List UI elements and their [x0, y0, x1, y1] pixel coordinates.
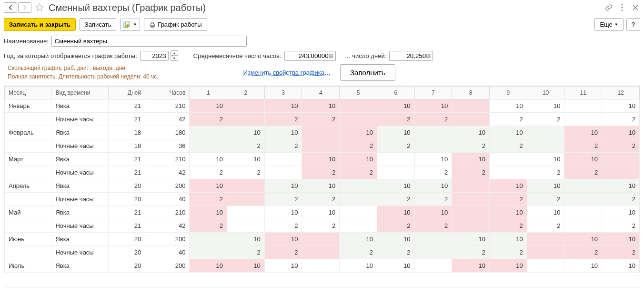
cell-day[interactable]: 10 — [377, 233, 414, 246]
link-icon[interactable] — [604, 3, 614, 12]
cell-day[interactable] — [227, 193, 265, 206]
avg-hours-input[interactable] — [287, 52, 329, 59]
table-row[interactable]: ИюльЯвка20200101010101010101010 — [5, 259, 640, 273]
cell-day[interactable] — [490, 166, 527, 179]
fill-button[interactable]: Заполнить — [340, 64, 395, 81]
cell-day[interactable]: 2 — [340, 166, 377, 179]
cell-day[interactable]: 2 — [377, 113, 414, 126]
cell-days[interactable]: 18 — [108, 126, 145, 139]
cell-hours[interactable]: 200 — [145, 259, 190, 273]
cell-day[interactable]: 2 — [414, 113, 452, 126]
cell-day[interactable]: 10 — [564, 126, 602, 139]
cell-hours[interactable]: 200 — [145, 233, 190, 246]
cell-day[interactable] — [564, 193, 602, 206]
back-button[interactable] — [4, 2, 17, 13]
cell-day[interactable]: 10 — [264, 99, 302, 113]
table-row[interactable]: АпрельЯвка202001010101010101010 — [5, 179, 640, 193]
spinner-up-icon[interactable]: ▲ — [171, 51, 178, 56]
cell-day[interactable] — [227, 113, 265, 126]
cell-day[interactable]: 2 — [527, 219, 564, 233]
cell-day[interactable]: 10 — [264, 259, 302, 273]
cell-hours[interactable]: 210 — [145, 206, 190, 219]
cell-day[interactable] — [452, 193, 490, 206]
cell-day[interactable] — [414, 246, 452, 259]
cell-time-type[interactable]: Явка — [51, 206, 108, 219]
column-header-day-12[interactable]: 12 — [602, 87, 640, 99]
cell-day[interactable]: 10 — [452, 233, 490, 246]
cell-day[interactable]: 2 — [490, 139, 527, 153]
cell-day[interactable] — [302, 233, 340, 246]
cell-day[interactable]: 2 — [264, 246, 302, 259]
cell-day[interactable]: 10 — [340, 259, 377, 273]
cell-day[interactable]: 10 — [190, 99, 227, 113]
cell-day[interactable]: 2 — [190, 193, 227, 206]
cell-hours[interactable]: 180 — [145, 126, 190, 139]
schedule-grid[interactable]: МесяцВид времениДнейЧасов123456789101112… — [4, 86, 640, 287]
cell-day[interactable] — [527, 259, 564, 273]
cell-day[interactable] — [452, 179, 490, 193]
column-header-day-6[interactable]: 6 — [377, 87, 414, 99]
cell-day[interactable]: 2 — [302, 193, 340, 206]
cell-day[interactable]: 10 — [602, 259, 640, 273]
cell-day[interactable]: 10 — [602, 206, 640, 219]
column-header-day-2[interactable]: 2 — [227, 87, 265, 99]
cell-days[interactable]: 20 — [108, 193, 145, 206]
cell-day[interactable]: 10 — [377, 99, 414, 113]
cell-day[interactable] — [414, 259, 452, 273]
cell-day[interactable]: 2 — [264, 139, 302, 153]
cell-day[interactable]: 10 — [227, 126, 265, 139]
calculator-icon[interactable]: ▦ — [426, 53, 431, 59]
cell-hours[interactable]: 42 — [145, 219, 190, 233]
column-header-day-5[interactable]: 5 — [340, 87, 377, 99]
favorite-star-icon[interactable] — [35, 3, 44, 13]
column-header-month[interactable]: Месяц — [5, 87, 51, 99]
column-header-day-11[interactable]: 11 — [564, 87, 602, 99]
cell-day[interactable] — [340, 179, 377, 193]
cell-time-type[interactable]: Ночные часы — [51, 219, 108, 233]
save-close-button[interactable]: Записать и закрыть — [4, 18, 76, 31]
cell-day[interactable] — [564, 179, 602, 193]
cell-month[interactable] — [5, 246, 51, 259]
cell-day[interactable]: 10 — [377, 179, 414, 193]
cell-day[interactable]: 10 — [377, 126, 414, 139]
cell-time-type[interactable]: Ночные часы — [51, 166, 108, 179]
cell-days[interactable]: 20 — [108, 259, 145, 273]
cell-day[interactable]: 10 — [190, 179, 227, 193]
cell-day[interactable] — [414, 126, 452, 139]
column-header-day-7[interactable]: 7 — [414, 87, 452, 99]
cell-day[interactable] — [527, 233, 564, 246]
cell-month[interactable] — [5, 139, 51, 153]
cell-day[interactable] — [564, 113, 602, 126]
cell-days[interactable]: 21 — [108, 99, 145, 113]
cell-day[interactable]: 10 — [602, 233, 640, 246]
column-header-day-8[interactable]: 8 — [452, 87, 490, 99]
cell-time-type[interactable]: Явка — [51, 153, 108, 166]
cell-day[interactable]: 10 — [340, 153, 377, 166]
cell-month[interactable]: Январь — [5, 99, 51, 113]
cell-day[interactable]: 2 — [602, 193, 640, 206]
column-header-day-10[interactable]: 10 — [527, 87, 564, 99]
cell-time-type[interactable]: Явка — [51, 259, 108, 273]
cell-day[interactable]: 2 — [490, 113, 527, 126]
help-button[interactable]: ? — [626, 18, 640, 31]
cell-days[interactable]: 21 — [108, 166, 145, 179]
cell-day[interactable] — [227, 179, 265, 193]
cell-days[interactable]: 21 — [108, 219, 145, 233]
cell-month[interactable]: Март — [5, 153, 51, 166]
more-button[interactable]: Еще ▼ — [594, 18, 623, 31]
cell-day[interactable]: 10 — [264, 206, 302, 219]
column-header-day-3[interactable]: 3 — [264, 87, 302, 99]
table-row[interactable]: МартЯвка212101010101010101010 — [5, 153, 640, 166]
cell-time-type[interactable]: Явка — [51, 99, 108, 113]
cell-month[interactable] — [5, 219, 51, 233]
cell-day[interactable]: 10 — [264, 126, 302, 139]
cell-day[interactable]: 2 — [340, 246, 377, 259]
cell-day[interactable] — [340, 206, 377, 219]
cell-hours[interactable]: 36 — [145, 139, 190, 153]
cell-day[interactable] — [190, 233, 227, 246]
change-properties-link[interactable]: Изменить свойства графика… — [243, 69, 331, 76]
cell-day[interactable] — [340, 219, 377, 233]
cell-days[interactable]: 18 — [108, 139, 145, 153]
cell-day[interactable]: 2 — [414, 166, 452, 179]
cell-days[interactable]: 21 — [108, 153, 145, 166]
